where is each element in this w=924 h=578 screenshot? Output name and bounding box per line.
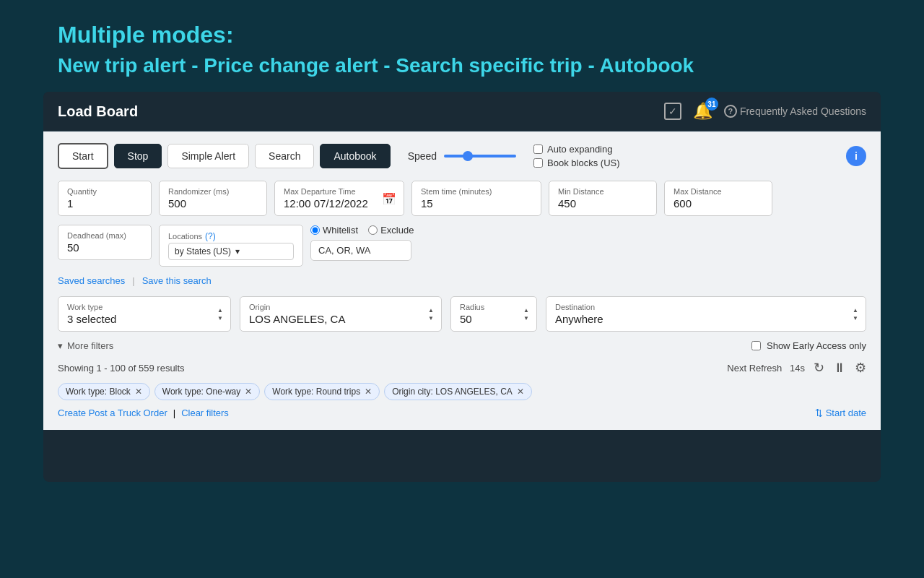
departure-value[interactable]: 12:00 07/12/2022	[284, 197, 395, 210]
work-type-select[interactable]: Work type 3 selected ▲ ▼	[58, 296, 231, 332]
exclude-label: Exclude	[380, 225, 414, 236]
header-right: ✓ 🔔 31 ? Frequently Asked Questions	[664, 102, 866, 121]
app-body: Start Stop Simple Alert Search Autobook …	[43, 131, 881, 430]
clear-filters-link[interactable]: Clear filters	[181, 407, 229, 418]
pause-icon[interactable]: ⏸	[833, 361, 846, 376]
info-button[interactable]: i	[846, 146, 866, 166]
work-type-arrows: ▲ ▼	[217, 307, 223, 322]
radius-arrows: ▲ ▼	[523, 307, 529, 322]
speed-label: Speed	[408, 150, 437, 162]
chevron-down-icon: ▾	[58, 340, 63, 351]
hero-title: Multiple modes:	[58, 22, 866, 48]
faq-link[interactable]: ? Frequently Asked Questions	[724, 105, 866, 118]
more-filters-label: More filters	[67, 340, 113, 351]
simple-alert-button[interactable]: Simple Alert	[167, 144, 249, 168]
tag-roundtrips-close[interactable]: ✕	[365, 387, 372, 397]
work-type-value: 3 selected	[67, 313, 222, 325]
quantity-field: Quantity 1	[58, 181, 152, 216]
save-this-search-link[interactable]: Save this search	[142, 275, 212, 286]
tags-row: Work type: Block ✕ Work type: One-way ✕ …	[58, 383, 866, 400]
randomizer-field: Randomizer (ms) 500	[159, 181, 267, 216]
states-select-label: by States (US)	[175, 246, 231, 256]
locations-field: Locations (?) by States (US) ▾	[159, 225, 303, 267]
stem-value[interactable]: 15	[421, 197, 532, 210]
max-distance-value[interactable]: 600	[674, 197, 763, 210]
origin-select[interactable]: Origin LOS ANGELES, CA ▲ ▼	[240, 296, 442, 332]
work-type-label: Work type	[67, 303, 222, 311]
refresh-icon[interactable]: ↻	[814, 360, 824, 376]
stop-button[interactable]: Stop	[114, 144, 162, 168]
randomizer-value[interactable]: 500	[168, 197, 258, 210]
exclude-radio-row: Exclude	[368, 225, 414, 236]
autobook-button[interactable]: Autobook	[320, 144, 390, 168]
more-filters-button[interactable]: ▾ More filters	[58, 340, 113, 351]
radius-select[interactable]: Radius 50 ▲ ▼	[450, 296, 537, 332]
states-input[interactable]	[310, 240, 411, 261]
origin-label: Origin	[249, 303, 432, 311]
auto-expanding-label: Auto expanding	[547, 144, 612, 155]
early-access-checkbox[interactable]	[751, 341, 761, 350]
deadhead-field: Deadhead (max) 50	[58, 225, 152, 260]
stem-field: Stem time (minutes) 15	[411, 181, 541, 216]
early-access-row: Show Early Access only	[751, 340, 866, 351]
states-select[interactable]: by States (US) ▾	[168, 243, 294, 260]
bell-badge: 31	[705, 98, 718, 111]
auto-expanding-checkbox[interactable]	[533, 144, 543, 154]
tag-origin: Origin city: LOS ANGELES, CA ✕	[384, 383, 532, 400]
max-distance-label: Max Distance	[674, 187, 763, 196]
app-container: Load Board ✓ 🔔 31 ? Frequently Asked Que…	[43, 92, 881, 482]
whitelist-radio[interactable]	[310, 225, 320, 235]
locations-question[interactable]: (?)	[205, 231, 216, 241]
max-distance-field: Max Distance 600	[664, 181, 772, 216]
departure-label: Max Departure Time	[284, 187, 395, 196]
more-filters-row: ▾ More filters Show Early Access only	[58, 340, 866, 351]
destination-select[interactable]: Destination Anywhere ▲ ▼	[546, 296, 866, 332]
saved-row: Saved searches | Save this search	[58, 275, 866, 286]
app-title: Load Board	[58, 103, 138, 120]
tag-oneway: Work type: One-way ✕	[154, 383, 260, 400]
checkbox-icon[interactable]: ✓	[664, 103, 681, 120]
bell-button[interactable]: 🔔 31	[693, 102, 712, 121]
search-button[interactable]: Search	[255, 144, 314, 168]
min-distance-field: Min Distance 450	[549, 181, 657, 216]
sort-button[interactable]: ⇅ Start date	[815, 407, 866, 418]
sort-icon: ⇅	[815, 407, 823, 418]
radius-value: 50	[460, 313, 528, 325]
arrow-up-icon: ▲	[523, 307, 529, 314]
app-header: Load Board ✓ 🔔 31 ? Frequently Asked Que…	[43, 92, 881, 131]
book-blocks-checkbox[interactable]	[533, 158, 543, 168]
destination-value: Anywhere	[555, 313, 857, 325]
min-distance-value[interactable]: 450	[558, 197, 648, 210]
quantity-value[interactable]: 1	[67, 197, 142, 210]
tag-roundtrips-label: Work type: Round trips	[272, 387, 360, 397]
tag-oneway-close[interactable]: ✕	[245, 387, 252, 397]
book-blocks-label: Book blocks (US)	[547, 158, 619, 168]
speed-slider[interactable]	[444, 155, 516, 158]
tag-block-label: Work type: Block	[66, 387, 131, 397]
bottom-row: Create Post a Truck Order | Clear filter…	[58, 407, 866, 418]
deadhead-label: Deadhead (max)	[67, 231, 142, 240]
arrow-down-icon: ▼	[853, 315, 858, 322]
arrow-down-icon: ▼	[217, 315, 223, 322]
calendar-icon[interactable]: 📅	[382, 191, 396, 205]
next-refresh-label: Next Refresh 14s	[727, 363, 805, 374]
create-post-link[interactable]: Create Post a Truck Order	[58, 407, 167, 418]
tag-block-close[interactable]: ✕	[135, 387, 142, 397]
settings-icon[interactable]: ⚙	[855, 360, 866, 376]
saved-searches-link[interactable]: Saved searches	[58, 275, 125, 286]
whitelist-section: Whitelist Exclude	[310, 225, 414, 261]
arrow-up-icon: ▲	[853, 307, 858, 314]
destination-label: Destination	[555, 303, 857, 311]
whitelist-radio-row: Whitelist	[310, 225, 358, 236]
radius-label: Radius	[460, 303, 528, 311]
deadhead-value[interactable]: 50	[67, 241, 142, 254]
start-button[interactable]: Start	[58, 143, 108, 169]
tag-origin-label: Origin city: LOS ANGELES, CA	[392, 387, 513, 397]
results-row: Showing 1 - 100 of 559 results Next Refr…	[58, 360, 866, 376]
early-access-label: Show Early Access only	[767, 340, 866, 351]
tag-origin-close[interactable]: ✕	[517, 387, 524, 397]
filter-row: Work type 3 selected ▲ ▼ Origin LOS ANGE…	[58, 296, 866, 332]
exclude-radio[interactable]	[368, 225, 378, 235]
faq-circle-icon: ?	[724, 105, 737, 118]
arrow-up-icon: ▲	[428, 307, 434, 314]
